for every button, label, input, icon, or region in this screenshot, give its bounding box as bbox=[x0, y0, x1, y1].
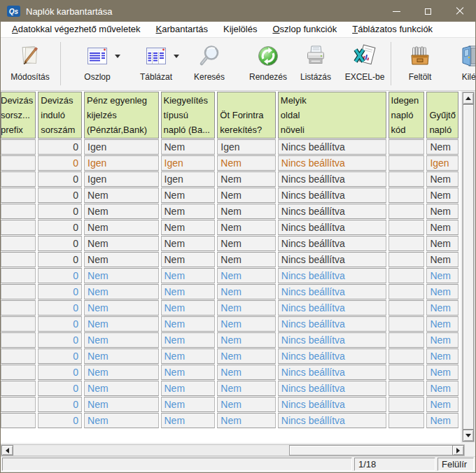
cell-melyik-oldal-noveli[interactable]: Nincs beállítva bbox=[278, 413, 386, 428]
cell-gyujto-naplo[interactable]: Nem bbox=[426, 413, 458, 428]
toolbar-button-feltolt[interactable]: Feltölt bbox=[398, 41, 442, 82]
cell-melyik-oldal-noveli[interactable]: Nincs beállítva bbox=[278, 300, 386, 316]
cell-melyik-oldal-noveli[interactable]: Nincs beállítva bbox=[278, 139, 386, 155]
minimize-button[interactable] bbox=[381, 1, 412, 22]
cell-devizas-indulo-sorszam[interactable]: 0 bbox=[38, 332, 82, 348]
cell-penz-egyenleg-kijelzes[interactable]: Nem bbox=[84, 220, 158, 235]
cell-ot-forintra-kerekites[interactable]: Nem bbox=[217, 252, 275, 267]
cell-idegen-naplo-kod[interactable] bbox=[388, 204, 425, 219]
cell-penz-egyenleg-kijelzes[interactable]: Igen bbox=[84, 171, 158, 187]
vertical-scrollbar[interactable] bbox=[462, 92, 475, 442]
cell-devizas-prefix[interactable] bbox=[1, 332, 36, 348]
cell-gyujto-naplo[interactable]: Nem bbox=[426, 397, 458, 412]
cell-devizas-prefix[interactable] bbox=[1, 365, 36, 380]
cell-ot-forintra-kerekites[interactable]: Nem bbox=[217, 188, 275, 203]
cell-gyujto-naplo[interactable]: Igen bbox=[426, 155, 458, 171]
cell-devizas-prefix[interactable] bbox=[1, 204, 36, 219]
cell-gyujto-naplo[interactable]: Nem bbox=[426, 348, 458, 364]
menu-adatokkal-muveletek[interactable]: Adatokkal végezhető műveletek bbox=[4, 22, 148, 36]
cell-ot-forintra-kerekites[interactable]: Nem bbox=[217, 204, 275, 219]
cell-devizas-indulo-sorszam[interactable]: 0 bbox=[38, 284, 82, 299]
cell-melyik-oldal-noveli[interactable]: Nincs beállítva bbox=[278, 220, 386, 235]
toolbar-button-tablazat[interactable]: Táblázat bbox=[127, 41, 186, 82]
cell-melyik-oldal-noveli[interactable]: Nincs beállítva bbox=[278, 188, 386, 203]
cell-ot-forintra-kerekites[interactable]: Nem bbox=[217, 236, 275, 251]
cell-kiegyenlites-tipusu-naplo[interactable]: Nem bbox=[161, 332, 216, 348]
cell-devizas-prefix[interactable] bbox=[1, 268, 36, 283]
cell-idegen-naplo-kod[interactable] bbox=[388, 397, 425, 412]
cell-kiegyenlites-tipusu-naplo[interactable]: Nem bbox=[161, 268, 216, 283]
cell-penz-egyenleg-kijelzes[interactable]: Nem bbox=[84, 284, 158, 299]
cell-penz-egyenleg-kijelzes[interactable]: Nem bbox=[84, 204, 158, 219]
cell-idegen-naplo-kod[interactable] bbox=[388, 171, 425, 187]
cell-ot-forintra-kerekites[interactable]: Nem bbox=[217, 316, 275, 332]
cell-idegen-naplo-kod[interactable] bbox=[388, 220, 425, 235]
cell-devizas-prefix[interactable] bbox=[1, 188, 36, 203]
menu-tablazatos-funkciok[interactable]: Táblázatos funkciók bbox=[344, 22, 440, 36]
cell-gyujto-naplo[interactable]: Nem bbox=[426, 236, 458, 251]
vertical-scrollbar-thumb[interactable] bbox=[463, 104, 474, 430]
cell-ot-forintra-kerekites[interactable]: Nem bbox=[217, 300, 275, 316]
cell-devizas-indulo-sorszam[interactable]: 0 bbox=[38, 220, 82, 235]
cell-gyujto-naplo[interactable]: Nem bbox=[426, 284, 458, 299]
column-header-melyik-oldal-noveli[interactable]: Melyikoldalnöveli bbox=[278, 92, 386, 139]
toolbar-button-oszlop[interactable]: Oszlop bbox=[68, 41, 127, 82]
column-header-devizas-prefix[interactable]: Devizássorsz...prefix bbox=[1, 92, 36, 139]
cell-ot-forintra-kerekites[interactable]: Nem bbox=[217, 220, 275, 235]
cell-penz-egyenleg-kijelzes[interactable]: Nem bbox=[84, 413, 158, 428]
cell-devizas-prefix[interactable] bbox=[1, 300, 36, 316]
cell-kiegyenlites-tipusu-naplo[interactable]: Nem bbox=[161, 188, 216, 203]
cell-ot-forintra-kerekites[interactable]: Nem bbox=[217, 332, 275, 348]
cell-kiegyenlites-tipusu-naplo[interactable]: Nem bbox=[161, 348, 216, 364]
cell-devizas-prefix[interactable] bbox=[1, 348, 36, 364]
cell-ot-forintra-kerekites[interactable]: Nem bbox=[217, 365, 275, 380]
cell-gyujto-naplo[interactable]: Nem bbox=[426, 332, 458, 348]
app-logo-icon[interactable]: Qs bbox=[7, 6, 20, 17]
cell-devizas-indulo-sorszam[interactable]: 0 bbox=[38, 204, 82, 219]
cell-devizas-prefix[interactable] bbox=[1, 316, 36, 332]
cell-devizas-indulo-sorszam[interactable]: 0 bbox=[38, 155, 82, 171]
cell-kiegyenlites-tipusu-naplo[interactable]: Nem bbox=[161, 381, 216, 396]
cell-gyujto-naplo[interactable]: Nem bbox=[426, 188, 458, 203]
cell-penz-egyenleg-kijelzes[interactable]: Nem bbox=[84, 381, 158, 396]
tablazat-dropdown-arrow-icon[interactable] bbox=[174, 55, 179, 58]
cell-kiegyenlites-tipusu-naplo[interactable]: Nem bbox=[161, 300, 216, 316]
cell-devizas-prefix[interactable] bbox=[1, 381, 36, 396]
toolbar-button-kilep[interactable]: Kilép bbox=[447, 41, 475, 82]
cell-penz-egyenleg-kijelzes[interactable]: Nem bbox=[84, 188, 158, 203]
toolbar-button-modositas[interactable]: Módosítás bbox=[2, 41, 58, 82]
cell-kiegyenlites-tipusu-naplo[interactable]: Nem bbox=[161, 236, 216, 251]
cell-ot-forintra-kerekites[interactable]: Nem bbox=[217, 397, 275, 412]
cell-melyik-oldal-noveli[interactable]: Nincs beállítva bbox=[278, 284, 386, 299]
cell-devizas-prefix[interactable] bbox=[1, 155, 36, 171]
cell-devizas-indulo-sorszam[interactable]: 0 bbox=[38, 300, 82, 316]
cell-penz-egyenleg-kijelzes[interactable]: Nem bbox=[84, 316, 158, 332]
scroll-right-button[interactable] bbox=[452, 445, 464, 456]
cell-kiegyenlites-tipusu-naplo[interactable]: Nem bbox=[161, 284, 216, 299]
cell-idegen-naplo-kod[interactable] bbox=[388, 316, 425, 332]
toolbar-button-kereses[interactable]: Keresés bbox=[187, 41, 232, 82]
cell-idegen-naplo-kod[interactable] bbox=[388, 252, 425, 267]
column-header-penz-egyenleg-kijelzes[interactable]: Pénz egyenlegkijelzés(Pénztár,Bank) bbox=[84, 92, 158, 139]
cell-idegen-naplo-kod[interactable] bbox=[388, 236, 425, 251]
cell-penz-egyenleg-kijelzes[interactable]: Nem bbox=[84, 252, 158, 267]
cell-kiegyenlites-tipusu-naplo[interactable]: Nem bbox=[161, 220, 216, 235]
cell-devizas-indulo-sorszam[interactable]: 0 bbox=[38, 268, 82, 283]
cell-penz-egyenleg-kijelzes[interactable]: Nem bbox=[84, 397, 158, 412]
menu-oszlop-funkciok[interactable]: Oszlop funkciók bbox=[265, 22, 344, 36]
cell-idegen-naplo-kod[interactable] bbox=[388, 139, 425, 155]
cell-devizas-prefix[interactable] bbox=[1, 413, 36, 428]
cell-penz-egyenleg-kijelzes[interactable]: Nem bbox=[84, 236, 158, 251]
cell-melyik-oldal-noveli[interactable]: Nincs beállítva bbox=[278, 252, 386, 267]
cell-penz-egyenleg-kijelzes[interactable]: Nem bbox=[84, 300, 158, 316]
menu-karbantartas[interactable]: Karbantartás bbox=[148, 22, 216, 36]
cell-devizas-indulo-sorszam[interactable]: 0 bbox=[38, 316, 82, 332]
cell-gyujto-naplo[interactable]: Nem bbox=[426, 381, 458, 396]
oszlop-dropdown-arrow-icon[interactable] bbox=[115, 55, 120, 58]
cell-kiegyenlites-tipusu-naplo[interactable]: Igen bbox=[161, 155, 216, 171]
cell-ot-forintra-kerekites[interactable]: Nem bbox=[217, 413, 275, 428]
cell-devizas-prefix[interactable] bbox=[1, 220, 36, 235]
cell-devizas-prefix[interactable] bbox=[1, 236, 36, 251]
cell-melyik-oldal-noveli[interactable]: Nincs beállítva bbox=[278, 155, 386, 171]
scroll-down-button[interactable] bbox=[463, 430, 474, 442]
